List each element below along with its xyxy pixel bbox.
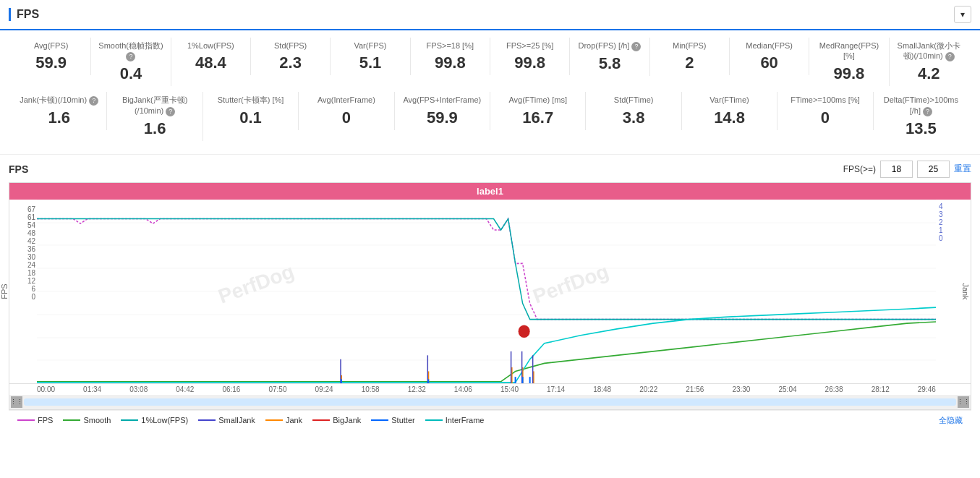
- legend-color-stutter: [371, 419, 388, 421]
- legend-label-jank: Jank: [286, 416, 302, 424]
- metric-stutter: Stutter(卡顿率) [%]0.1: [203, 92, 299, 129]
- y-left-tick: 24: [27, 261, 35, 269]
- y-left-tick: 61: [27, 213, 35, 221]
- metrics-row-1: Avg(FPS)59.9Smooth(稳帧指数) ?0.41%Low(FPS)4…: [12, 38, 968, 86]
- fps18-input[interactable]: [880, 161, 913, 178]
- chart-svg: [37, 200, 936, 383]
- fps-controls: FPS(>=) 重置: [843, 161, 971, 178]
- x-axis-tick: 20:22: [639, 385, 657, 393]
- x-axis-tick: 06:16: [222, 385, 240, 393]
- y-left-tick: 0: [31, 293, 35, 301]
- x-axis-tick: 14:06: [454, 385, 472, 393]
- metric-smalljank: SmallJank(微小卡顿)(/10min) ?4.2: [890, 38, 968, 86]
- legend-item-stutter[interactable]: Stutter: [371, 416, 414, 424]
- y-axis-left: FPS 6761544842363024181260: [9, 200, 37, 383]
- x-axis-tick: 09:24: [315, 385, 333, 393]
- metric-fps18: FPS>=18 [%]99.8: [411, 38, 490, 75]
- header-dropdown-button[interactable]: ▾: [954, 6, 971, 23]
- bigjank-dot: [519, 325, 530, 338]
- legend-item-jank[interactable]: Jank: [265, 416, 302, 424]
- help-icon-smalljank[interactable]: ?: [945, 52, 955, 61]
- x-axis-tick: 25:04: [779, 385, 797, 393]
- help-icon-jank[interactable]: ?: [89, 96, 98, 106]
- help-icon-bigjank[interactable]: ?: [166, 107, 175, 116]
- y-right-tick: 4: [939, 202, 943, 210]
- metrics-row-2: Jank(卡顿)(/10min) ?1.6BigJank(严重卡顿)(/10mi…: [12, 92, 968, 140]
- legend-item-smooth[interactable]: Smooth: [63, 416, 111, 424]
- scrollbar[interactable]: ⋮⋮ ⋮⋮: [9, 395, 971, 409]
- legend-label-smooth: Smooth: [83, 416, 111, 424]
- help-icon-drop_fps[interactable]: ?: [631, 42, 641, 51]
- legend-color-smalljank: [198, 419, 216, 421]
- metric-avg_interframe: Avg(InterFrame)0: [299, 92, 394, 129]
- x-axis-tick: 21:56: [686, 385, 704, 393]
- x-axis-tick: 18:48: [593, 385, 611, 393]
- fps-line: [37, 218, 936, 319]
- chart-section: FPS FPS(>=) 重置 label1 FPS 67615448423630…: [0, 155, 980, 436]
- y-left-tick: 30: [27, 253, 35, 261]
- x-axis-tick: 12:32: [408, 385, 426, 393]
- metric-std_ftime: Std(FTime)3.8: [586, 92, 681, 129]
- fps25-input[interactable]: [917, 161, 950, 178]
- metric-avg_fps_interframe: Avg(FPS+InterFrame)59.9: [395, 92, 490, 129]
- metric-avg_fps: Avg(FPS)59.9: [12, 38, 91, 75]
- metric-medrange: MedRange(FPS)[%]99.8: [809, 38, 889, 86]
- legend-color-jank: [265, 419, 283, 421]
- y-right-tick: 3: [939, 210, 943, 218]
- chart-header: FPS FPS(>=) 重置: [9, 161, 971, 178]
- legend-color-low1pct: [121, 419, 138, 421]
- scroll-right-handle[interactable]: ⋮⋮: [958, 396, 969, 408]
- low1pct-line: [37, 218, 936, 319]
- legend-label-low1pct: 1%Low(FPS): [141, 416, 188, 424]
- chart-area: FPS 6761544842363024181260 PerfDog PerfD…: [9, 200, 971, 383]
- page-title: FPS: [9, 8, 39, 21]
- x-axis-tick: 10:58: [362, 385, 380, 393]
- y-left-tick: 12: [27, 277, 35, 285]
- legend-color-interframe: [425, 419, 443, 421]
- y-right-tick: 1: [939, 226, 943, 234]
- metric-jank: Jank(卡顿)(/10min) ?1.6: [12, 92, 107, 130]
- legend-item-interframe[interactable]: InterFrame: [425, 416, 485, 424]
- legend-label-stutter: Stutter: [391, 416, 414, 424]
- metric-var_ftime: Var(FTime)14.8: [682, 92, 777, 129]
- x-axis-tick: 29:46: [918, 385, 936, 393]
- x-axis-tick: 07:50: [268, 385, 286, 393]
- hide-all-button[interactable]: 全隐藏: [939, 415, 963, 426]
- y-left-tick: 48: [27, 229, 35, 237]
- chart-plot[interactable]: PerfDog PerfDog: [37, 200, 936, 383]
- metric-avg_ftime: Avg(FTime) [ms]16.7: [490, 92, 586, 129]
- x-axis-tick: 00:00: [37, 385, 55, 393]
- chart-label-bar: label1: [9, 183, 971, 200]
- legend-item-bigjank[interactable]: BigJank: [312, 416, 361, 424]
- legend-item-fps[interactable]: FPS: [17, 416, 53, 424]
- x-axis-tick: 01:34: [83, 385, 101, 393]
- help-icon-delta_ftime[interactable]: ?: [923, 107, 932, 116]
- scroll-left-handle[interactable]: ⋮⋮: [11, 396, 22, 408]
- legend-item-low1pct[interactable]: 1%Low(FPS): [121, 416, 188, 424]
- metric-var_fps: Var(FPS)5.1: [331, 38, 410, 75]
- y-left-tick: 54: [27, 221, 35, 229]
- metric-min_fps: Min(FPS)2: [650, 38, 730, 75]
- legend-label-bigjank: BigJank: [333, 416, 361, 424]
- chart-title: FPS: [9, 163, 28, 175]
- smooth-line: [37, 322, 936, 382]
- metric-std_fps: Std(FPS)2.3: [251, 38, 331, 75]
- legend-items: FPSSmooth1%Low(FPS)SmallJankJankBigJankS…: [17, 416, 484, 424]
- metric-delta_ftime: Delta(FTime)>100ms [/h] ?13.5: [874, 92, 968, 140]
- reset-button[interactable]: 重置: [954, 163, 971, 175]
- metric-ftime100: FTime>=100ms [%]0: [777, 92, 873, 129]
- help-icon-smooth[interactable]: ?: [126, 52, 135, 61]
- y-axis-right: 43210 Jank: [936, 200, 971, 383]
- jank-label: Jank: [960, 283, 969, 299]
- y-left-tick: 42: [27, 237, 35, 245]
- x-axis-tick: 23:30: [732, 385, 750, 393]
- interframe-line: [37, 307, 936, 383]
- y-right-tick: 2: [939, 218, 943, 226]
- y-right-tick: 0: [939, 234, 943, 242]
- legend-color-fps: [17, 419, 35, 421]
- legend-item-smalljank[interactable]: SmallJank: [198, 416, 255, 424]
- scroll-track[interactable]: [24, 398, 956, 406]
- x-axis-tick: 26:38: [825, 385, 843, 393]
- x-axis-tick: 28:12: [872, 385, 890, 393]
- chevron-down-icon: ▾: [960, 9, 965, 20]
